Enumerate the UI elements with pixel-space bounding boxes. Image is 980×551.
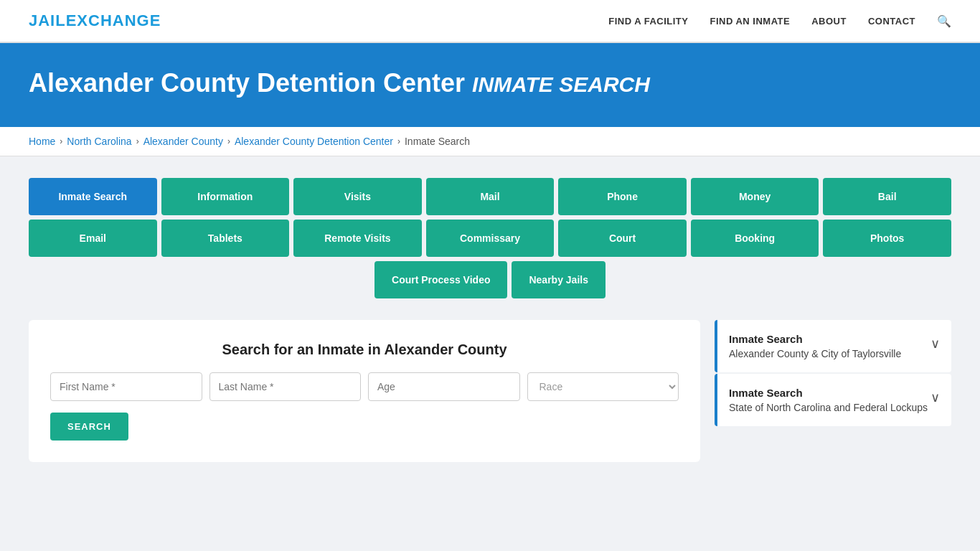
- btn-mail[interactable]: Mail: [426, 178, 555, 215]
- breadcrumb-alexander-county[interactable]: Alexander County: [143, 136, 223, 147]
- chevron-down-icon-1[interactable]: ∨: [930, 336, 940, 352]
- sidebar-card-2-header[interactable]: Inmate Search State of North Carolina an…: [715, 374, 951, 426]
- breadcrumb-detention-center[interactable]: Alexander County Detention Center: [235, 136, 393, 147]
- sidebar-card-1-header[interactable]: Inmate Search Alexander County & City of…: [715, 320, 951, 372]
- sidebar-card-2-title: Inmate Search: [729, 387, 928, 399]
- breadcrumb-sep-3: ›: [227, 136, 230, 146]
- logo-jail: JAIL: [29, 11, 66, 29]
- breadcrumb-sep-2: ›: [136, 136, 139, 146]
- sidebar-card-1: Inmate Search Alexander County & City of…: [715, 320, 951, 372]
- hero-section: Alexander County Detention Center INMATE…: [0, 43, 980, 127]
- chevron-down-icon-2[interactable]: ∨: [930, 390, 940, 405]
- sidebar-card-1-subtitle: Alexander County & City of Taylorsville: [729, 348, 901, 359]
- logo[interactable]: JAILEXCHANGE: [29, 11, 161, 30]
- logo-exchange: EXCHANGE: [66, 11, 161, 29]
- breadcrumb-inmate-search: Inmate Search: [405, 136, 470, 147]
- btn-nearby-jails[interactable]: Nearby Jails: [512, 261, 606, 298]
- hero-subtitle: INMATE SEARCH: [472, 72, 650, 96]
- inmate-search-form: Search for an Inmate in Alexander County…: [29, 320, 700, 462]
- search-button[interactable]: SEARCH: [50, 413, 128, 441]
- main-content: Inmate Search Information Visits Mail Ph…: [0, 156, 980, 484]
- btn-information[interactable]: Information: [161, 178, 290, 215]
- search-form-title: Search for an Inmate in Alexander County: [50, 342, 679, 358]
- sidebar-card-2-content: Inmate Search State of North Carolina an…: [729, 387, 928, 413]
- btn-bail[interactable]: Bail: [823, 178, 951, 215]
- age-input[interactable]: [368, 372, 520, 401]
- sidebar-card-1-title: Inmate Search: [729, 333, 901, 345]
- btn-inmate-search[interactable]: Inmate Search: [29, 178, 157, 215]
- main-nav: FIND A FACILITY FIND AN INMATE ABOUT CON…: [608, 14, 951, 28]
- header: JAILEXCHANGE FIND A FACILITY FIND AN INM…: [0, 0, 980, 43]
- btn-phone[interactable]: Phone: [558, 178, 687, 215]
- breadcrumb-home[interactable]: Home: [29, 136, 55, 147]
- nav-button-row-1: Inmate Search Information Visits Mail Ph…: [29, 178, 951, 215]
- nav-button-row-2: Email Tablets Remote Visits Commissary C…: [29, 220, 951, 257]
- btn-booking[interactable]: Booking: [691, 220, 819, 257]
- sidebar-card-2-subtitle: State of North Carolina and Federal Lock…: [729, 402, 928, 413]
- first-name-input[interactable]: [50, 372, 202, 401]
- sidebar: Inmate Search Alexander County & City of…: [715, 320, 951, 428]
- nav-contact[interactable]: CONTACT: [868, 16, 915, 27]
- sidebar-card-1-content: Inmate Search Alexander County & City of…: [729, 333, 901, 359]
- breadcrumb-sep-1: ›: [60, 136, 62, 146]
- btn-visits[interactable]: Visits: [293, 178, 422, 215]
- last-name-input[interactable]: [209, 372, 362, 401]
- search-icon[interactable]: 🔍: [937, 14, 951, 28]
- breadcrumb: Home › North Carolina › Alexander County…: [29, 136, 951, 147]
- breadcrumb-sep-4: ›: [397, 136, 400, 146]
- hero-title: Alexander County Detention Center INMATE…: [29, 68, 951, 98]
- btn-court[interactable]: Court: [558, 220, 687, 257]
- breadcrumb-north-carolina[interactable]: North Carolina: [67, 136, 131, 147]
- sidebar-card-2: Inmate Search State of North Carolina an…: [715, 374, 951, 426]
- btn-remote-visits[interactable]: Remote Visits: [293, 220, 422, 257]
- nav-find-facility[interactable]: FIND A FACILITY: [608, 16, 688, 27]
- btn-commissary[interactable]: Commissary: [426, 220, 555, 257]
- content-area: Search for an Inmate in Alexander County…: [29, 320, 951, 462]
- nav-button-row-3: Court Process Video Nearby Jails: [29, 261, 951, 298]
- btn-money[interactable]: Money: [691, 178, 819, 215]
- btn-photos[interactable]: Photos: [823, 220, 951, 257]
- hero-facility-name: Alexander County Detention Center: [29, 68, 465, 98]
- search-fields: Race White Black Hispanic Asian Other: [50, 372, 679, 401]
- btn-tablets[interactable]: Tablets: [161, 220, 290, 257]
- nav-find-inmate[interactable]: FIND AN INMATE: [710, 16, 790, 27]
- btn-email[interactable]: Email: [29, 220, 157, 257]
- nav-about[interactable]: ABOUT: [811, 16, 847, 27]
- btn-court-process-video[interactable]: Court Process Video: [374, 261, 507, 298]
- race-select[interactable]: Race White Black Hispanic Asian Other: [527, 372, 679, 401]
- breadcrumb-bar: Home › North Carolina › Alexander County…: [0, 127, 980, 156]
